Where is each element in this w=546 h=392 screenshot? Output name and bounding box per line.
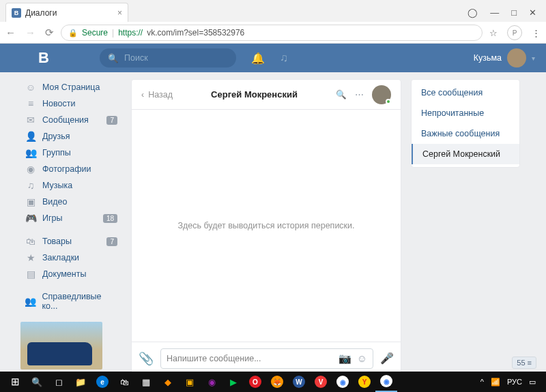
sidebar-label: Новости xyxy=(42,99,75,108)
filter-item[interactable]: Непрочитанные xyxy=(412,103,519,123)
sidebar-badge: 7 xyxy=(106,116,117,125)
menu-icon[interactable]: ⋮ xyxy=(532,28,541,38)
taskbar: ⊞ 🔍 ◻ 📁 e 🛍 ▦ ◆ ▣ ◉ ▶ O 🦊 W V ◉ Y ◉ ^ 📶 … xyxy=(0,372,546,375)
user-icon[interactable]: ◯ xyxy=(468,7,478,18)
username: Кузьма xyxy=(474,53,502,63)
chat-panel: ‹ Назад Сергей Мокренский 🔍 ⋯ Здесь буде… xyxy=(131,79,401,375)
sidebar-item[interactable]: 👤Друзья xyxy=(20,128,121,145)
sidebar-item[interactable]: 🎮Игры18 xyxy=(20,210,121,226)
collapse-icon: ≡ xyxy=(528,359,532,367)
chat-body: Здесь будет выводиться история переписки… xyxy=(132,110,401,342)
vk-logo[interactable]: B xyxy=(38,49,100,67)
secure-label: Secure xyxy=(82,28,108,37)
message-placeholder: Напишите сообщение... xyxy=(167,354,333,363)
window-controls: ◯ — □ ✕ xyxy=(458,3,546,22)
yandex-icon[interactable]: Y xyxy=(354,372,375,375)
sidebar-label: Фотографии xyxy=(42,164,91,174)
sidebar-label: Сообщения xyxy=(42,115,89,125)
counter-value: 55 xyxy=(517,359,525,367)
sidebar-item[interactable]: ◉Фотографии xyxy=(20,161,121,177)
chat-avatar[interactable] xyxy=(372,85,391,104)
url-input[interactable]: 🔒 Secure | https://vk.com/im?sel=3585329… xyxy=(61,25,483,41)
sidebar-item[interactable]: 🛍Товары7 xyxy=(20,233,121,250)
sidebar-icon: ♫ xyxy=(25,180,37,191)
sidebar-icon: ▣ xyxy=(25,196,37,207)
nav-arrows: ← → ⟳ xyxy=(5,27,54,39)
edge-icon[interactable]: e xyxy=(91,372,113,375)
back-icon[interactable]: ← xyxy=(5,27,16,39)
reload-icon[interactable]: ⟳ xyxy=(45,27,54,39)
sidebar-icon: 👥 xyxy=(25,147,37,158)
app-icon[interactable]: ◉ xyxy=(201,372,222,375)
emoji-icon[interactable]: ☺ xyxy=(357,352,367,365)
mic-icon[interactable]: 🎤 xyxy=(380,352,394,365)
profile-button[interactable]: P xyxy=(507,25,522,40)
attach-icon[interactable]: 📎 xyxy=(139,351,154,366)
start-button[interactable]: ⊞ xyxy=(4,372,26,375)
search-icon[interactable]: 🔍 xyxy=(336,89,347,100)
store-icon[interactable]: 🛍 xyxy=(113,372,135,375)
filter-item[interactable]: Важные сообщения xyxy=(412,123,519,144)
search-button[interactable]: 🔍 xyxy=(26,372,48,375)
vk-favicon: B xyxy=(12,8,21,18)
search-placeholder: Поиск xyxy=(124,53,148,63)
sidebar-item[interactable]: 👥Группы xyxy=(20,145,121,161)
more-icon[interactable]: ⋯ xyxy=(355,89,364,100)
app-icon[interactable]: ◆ xyxy=(157,372,179,375)
scroll-counter[interactable]: 55 ≡ xyxy=(512,357,536,369)
sidebar-item[interactable]: 👥Справедливые ко... xyxy=(20,289,121,314)
sidebar-icon: ◉ xyxy=(25,164,37,175)
minimize-icon[interactable]: — xyxy=(490,7,499,18)
filter-item[interactable]: Все сообщения xyxy=(412,82,519,103)
forward-icon[interactable]: → xyxy=(25,27,35,39)
sidebar-item[interactable]: ☺Моя Страница xyxy=(20,79,121,95)
browser-chrome: B Диалоги × ◯ — □ ✕ ← → ⟳ 🔒 Secure | htt… xyxy=(0,0,546,44)
sidebar-ad[interactable]: Volkswagen Jetta LIFE cars.volkswagen.ru… xyxy=(20,322,121,375)
sidebar-label: Справедливые ко... xyxy=(42,292,117,311)
back-button[interactable]: ‹ Назад xyxy=(141,90,173,100)
close-icon[interactable]: ✕ xyxy=(529,7,536,18)
url-rest: vk.com/im?sel=358532976 xyxy=(147,28,244,37)
chrome-active-icon[interactable]: ◉ xyxy=(375,372,397,375)
sidebar-item[interactable]: ▣Видео xyxy=(20,194,121,210)
url-prefix: https:// xyxy=(118,28,143,37)
sidebar-item[interactable]: ≡Новости xyxy=(20,95,121,112)
sidebar-icon: 👥 xyxy=(25,296,37,307)
camera-icon[interactable]: 📷 xyxy=(339,352,351,365)
firefox-icon[interactable]: 🦊 xyxy=(266,372,288,375)
message-input[interactable]: Напишите сообщение... 📷 ☺ xyxy=(160,348,373,369)
sidebar-icon: 🛍 xyxy=(25,236,37,247)
sidebar-item[interactable]: ♫Музыка xyxy=(20,177,121,194)
vk-body: ☺Моя Страница≡Новости✉Сообщения7👤Друзья👥… xyxy=(0,72,546,375)
sidebar-icon: 🎮 xyxy=(25,213,37,224)
explorer-icon[interactable]: 📁 xyxy=(70,372,91,375)
task-view-button[interactable]: ◻ xyxy=(48,372,70,375)
online-indicator xyxy=(386,99,391,104)
word-icon[interactable]: W xyxy=(288,372,310,375)
app-icon[interactable]: ▣ xyxy=(179,372,201,375)
sidebar-item[interactable]: ★Закладки xyxy=(20,250,121,266)
sidebar-item[interactable]: ✉Сообщения7 xyxy=(20,112,121,128)
bell-icon[interactable]: 🔔 xyxy=(251,52,265,65)
sidebar-item[interactable]: ▤Документы xyxy=(20,266,121,282)
sidebar-badge: 18 xyxy=(103,214,117,223)
music-icon[interactable]: ♫ xyxy=(280,52,288,65)
empty-chat-text: Здесь будет выводиться история переписки… xyxy=(177,221,354,230)
sidebar-label: Друзья xyxy=(42,132,70,141)
browser-tab[interactable]: B Диалоги × xyxy=(5,3,128,22)
maximize-icon[interactable]: □ xyxy=(511,7,517,18)
tab-bar: B Диалоги × ◯ — □ ✕ xyxy=(0,0,546,22)
opera-icon[interactable]: O xyxy=(244,372,266,375)
back-label: Назад xyxy=(148,90,173,100)
chat-input-row: 📎 Напишите сообщение... 📷 ☺ 🎤 xyxy=(132,342,401,374)
star-icon[interactable]: ☆ xyxy=(489,28,498,38)
vivaldi-icon[interactable]: V xyxy=(310,372,332,375)
filter-item[interactable]: Сергей Мокренский xyxy=(412,144,519,164)
chrome-icon[interactable]: ◉ xyxy=(332,372,354,375)
sidebar-label: Закладки xyxy=(42,253,79,262)
tab-close-icon[interactable]: × xyxy=(117,8,122,18)
app-icon[interactable]: ▶ xyxy=(222,372,244,375)
header-user-menu[interactable]: Кузьма ▾ xyxy=(474,48,546,67)
search-input[interactable]: 🔍 Поиск xyxy=(100,48,236,67)
app-icon[interactable]: ▦ xyxy=(135,372,157,375)
